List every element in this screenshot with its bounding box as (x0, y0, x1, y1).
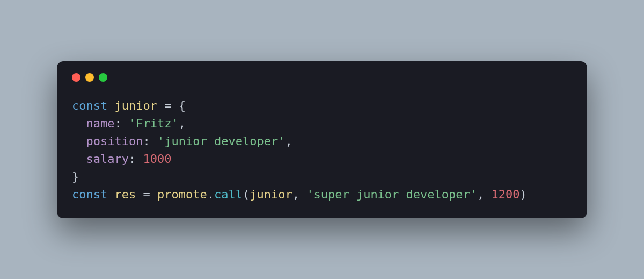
minimize-icon[interactable] (85, 73, 94, 82)
property: position (86, 134, 143, 148)
close-icon[interactable] (72, 73, 80, 82)
number: 1200 (492, 188, 520, 201)
argument: junior (250, 188, 292, 201)
code-block: const junior = { name: 'Fritz', position… (72, 97, 572, 203)
function-name: promote (157, 188, 207, 201)
code-line: const junior = { (72, 99, 186, 112)
identifier: junior (114, 99, 157, 112)
string: 'junior developer' (157, 134, 285, 148)
window-titlebar (72, 73, 572, 82)
property: salary (86, 152, 129, 166)
number: 1000 (143, 152, 171, 166)
code-line: position: 'junior developer', (72, 134, 292, 148)
code-line: const res = promote.call(junior, 'super … (72, 188, 527, 201)
code-window: const junior = { name: 'Fritz', position… (57, 61, 587, 218)
method-name: call (214, 188, 243, 201)
string: 'Fritz' (129, 117, 179, 130)
keyword: const (72, 99, 107, 112)
zoom-icon[interactable] (99, 73, 107, 82)
identifier: res (114, 188, 136, 201)
code-line: salary: 1000 (72, 152, 171, 166)
code-line: name: 'Fritz', (72, 117, 186, 130)
keyword: const (72, 188, 107, 201)
code-line: } (72, 170, 79, 183)
property: name (86, 117, 115, 130)
string: 'super junior developer' (306, 188, 477, 201)
